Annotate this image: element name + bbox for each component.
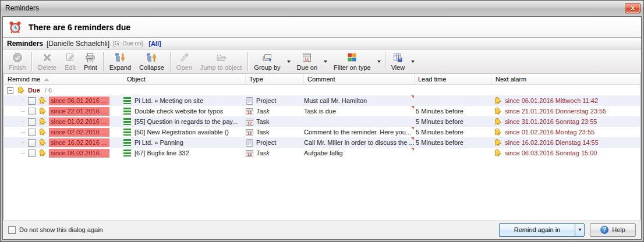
title-bar[interactable]: Reminders x [1,1,643,15]
jump-to-object-label: Jump to object [200,64,242,71]
due-on-button[interactable]: 12 Due on [293,50,321,73]
delete-button[interactable]: Delete [34,50,61,73]
object-cell: Pi Ltd. » Meeting on site [123,97,246,104]
reminder-bell-icon [38,138,47,147]
reminders-window: Reminders x There are 6 reminders due Re… [0,0,644,242]
comment-cell: Call Mr. Miller in order to discuss the … [304,137,415,148]
row-checkbox[interactable] [28,108,36,115]
filter-on-type-button[interactable]: Filter on type [330,50,375,73]
task-icon [246,129,253,136]
due-on-dropdown[interactable] [321,50,330,73]
tree-line [20,111,25,112]
object-cell: Double check website for typos [123,108,246,115]
toolbar-separator [247,52,248,71]
task-icon [246,118,253,126]
collapse-button[interactable]: Collapse [135,50,168,73]
lead-time-cell: 5 Minutes before [415,108,492,115]
filter-bar-user: [Danielle Schaelchli] [47,40,109,48]
column-header-remind-me[interactable]: Remind me [4,74,123,84]
dont-show-again-checkbox[interactable] [8,226,16,234]
column-header-type[interactable]: Type [246,74,304,84]
row-checkbox[interactable] [28,150,36,157]
view-label: View [391,64,405,71]
remind-me-cell: since 02.02.2016 ... [4,128,123,137]
type-cell: Task [246,108,304,115]
toolbar-separator [103,52,104,71]
chevron-down-icon [287,61,291,63]
group-row-due[interactable]: − Due / 6 [4,85,640,95]
type-cell: Project [246,139,304,147]
table-row[interactable]: since 22.01.2016 ... Double check websit… [4,106,640,116]
view-button[interactable]: View [387,50,409,73]
finish-button[interactable]: Finish [5,50,30,73]
expand-button[interactable]: Expand [105,50,135,73]
tree-line [20,122,25,122]
collapse-expander[interactable]: − [7,87,13,94]
filter-all-link[interactable]: [All] [148,40,161,47]
edit-button[interactable]: Edit [61,50,80,73]
remind-again-dropdown[interactable] [575,223,585,237]
group-by-button[interactable]: Group by [250,50,284,73]
toolbar-separator [385,52,385,71]
next-alarm-cell: since 31.01.2016 Sonntag 23:55 [492,118,640,126]
project-icon [246,139,253,147]
due-on-icon: 12 [302,52,312,63]
table-row[interactable]: since 01.02.2016 ... [55] Question in re… [4,116,640,127]
row-checkbox[interactable] [28,97,36,105]
row-checkbox[interactable] [28,129,36,136]
jump-to-object-button[interactable]: Jump to object [196,50,246,73]
remind-again-split-button: Remind again in [499,223,585,237]
finish-label: Finish [9,64,26,71]
column-header-next-alarm[interactable]: Next alarm [492,74,640,84]
table-row[interactable]: since 06.01.2016 ... Pi Ltd. » Meeting o… [4,95,640,106]
chevron-down-icon [411,61,415,63]
edit-icon [65,52,75,63]
object-text: [67] Bugfix line 332 [135,150,189,156]
column-header-lead-time[interactable]: Lead time [415,74,492,84]
group-bell-icon [16,86,25,94]
help-icon: ? [600,226,608,234]
remind-me-cell: since 01.02.2016 ... [4,118,123,126]
tree-line [20,143,25,143]
alarm-bell-icon [493,138,502,147]
type-cell: Task [246,150,304,157]
close-button[interactable]: x [625,3,641,13]
group-count: / 6 [45,87,52,94]
remind-again-button[interactable]: Remind again in [499,223,575,237]
column-label: Type [249,76,263,83]
row-checkbox[interactable] [28,139,36,147]
table-row[interactable]: since 06.03.2016 ... [67] Bugfix line 33… [4,148,640,158]
tree-line [20,101,25,101]
row-checkbox[interactable] [28,118,36,126]
help-button[interactable]: ? Help [590,223,636,237]
comment-cell: Comment to the reminder. Here you... [304,127,415,137]
status-bars-icon [123,118,131,125]
column-label: Lead time [418,76,446,83]
column-header-object[interactable]: Object [123,74,246,84]
comment-cell: Task is due [304,106,415,116]
comment-cell: Aufgabe fällig [304,148,415,158]
table-row[interactable]: since 02.02.2016 ... [50] New Registrati… [4,127,640,137]
open-button[interactable]: Open [172,50,196,73]
object-cell: Pi Ltd. » Panning [123,139,246,146]
chevron-down-icon [578,229,582,231]
due-on-label: Due on [297,64,317,71]
expand-label: Expand [109,64,131,71]
object-text: [50] New Registration available () [135,129,229,136]
filter-on-type-dropdown[interactable] [375,50,383,73]
column-header-comment[interactable]: Comment [304,74,415,84]
window-title: Reminders [5,4,39,12]
overdue-date: since 01.02.2016 ... [49,118,109,126]
group-by-dropdown[interactable] [285,50,293,73]
overdue-date: since 06.01.2016 ... [49,97,109,105]
type-label: Task [256,118,270,125]
dont-show-again[interactable]: Do not show this dialog again [8,226,103,234]
banner-text: There are 6 reminders due [29,23,130,32]
filter-on-type-label: Filter on type [334,64,371,71]
table-row[interactable]: since 16.02.2016 ... Pi Ltd. » Panning P… [4,137,640,148]
print-button[interactable]: Print [80,50,101,73]
view-dropdown[interactable] [409,50,417,73]
next-alarm-cell: since 16.02.2016 Dienstag 14:55 [492,138,640,147]
remind-me-cell: since 16.02.2016 ... [4,138,123,147]
toolbar-separator [170,52,171,71]
